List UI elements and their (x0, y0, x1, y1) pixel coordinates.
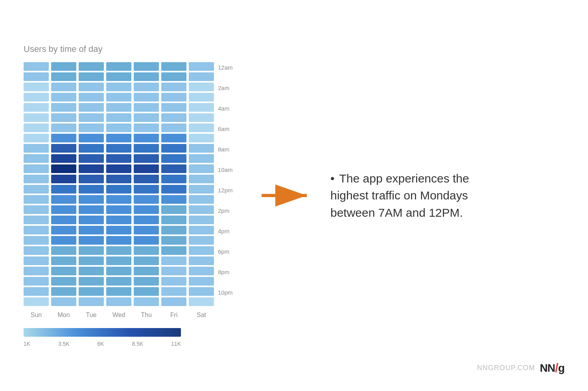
heatmap-cell (51, 297, 76, 306)
time-label (218, 72, 233, 83)
branding-logo: NN/g (540, 361, 564, 375)
heatmap-cell (51, 113, 76, 122)
heatmap-cell (161, 134, 186, 142)
branding-slash: / (555, 361, 558, 375)
time-label (218, 175, 233, 185)
time-label (218, 113, 233, 124)
heatmap-cell (51, 72, 76, 81)
heatmap-cell (161, 124, 186, 132)
legend-label: 1K (24, 341, 30, 347)
heatmap-cell (189, 113, 214, 122)
heatmap-cell (51, 205, 76, 214)
heatmap-cell (106, 93, 131, 101)
legend-bar (24, 328, 252, 337)
day-label-sat: Sat (189, 312, 214, 319)
heatmap-col-tue (79, 62, 104, 308)
heatmap-cell (189, 62, 214, 71)
heatmap-cell (79, 113, 104, 122)
heatmap-cell (106, 205, 131, 214)
insight-section: •The app experiences the highest traffic… (323, 170, 564, 221)
heatmap-cell (189, 185, 214, 194)
heatmap-cell (79, 103, 104, 112)
day-labels: SunMonTueWedThuFriSat (24, 312, 252, 319)
heatmap-cell (161, 256, 186, 265)
heatmap-cell (189, 226, 214, 234)
heatmap-cell (189, 205, 214, 214)
heatmap-cell (189, 164, 214, 173)
heatmap-cell (24, 246, 49, 255)
heatmap-cell (51, 154, 76, 163)
heatmap-cell (106, 287, 131, 296)
heatmap-cell (189, 103, 214, 112)
day-label-mon: Mon (51, 312, 76, 319)
heatmap-grid (24, 62, 214, 308)
heatmap-cell (106, 83, 131, 91)
heatmap-cell (106, 154, 131, 163)
heatmap-cell (79, 205, 104, 214)
heatmap-cell (134, 62, 159, 71)
heatmap-cell (79, 124, 104, 132)
heatmap-cell (161, 164, 186, 173)
day-label-thu: Thu (134, 312, 159, 319)
time-label: 6pm (218, 246, 233, 256)
heatmap-cell (51, 267, 76, 275)
heatmap-cell (134, 246, 159, 255)
heatmap-cell (51, 103, 76, 112)
heatmap-cell (134, 236, 159, 245)
heatmap-cell (24, 72, 49, 81)
time-label: 12pm (218, 185, 233, 195)
legend-labels: 1K3.5K6K8.5K11K (24, 341, 181, 347)
heatmap-cell (24, 144, 49, 153)
time-label (218, 236, 233, 246)
heatmap-cell (24, 277, 49, 286)
heatmap-cell (24, 83, 49, 91)
heatmap-cell (134, 113, 159, 122)
time-label (218, 154, 233, 164)
legend-label: 11K (171, 341, 181, 347)
heatmap-cell (189, 175, 214, 183)
heatmap-cell (134, 256, 159, 265)
heatmap-cell (189, 246, 214, 255)
heatmap-cell (134, 205, 159, 214)
heatmap-cell (189, 267, 214, 275)
heatmap-cell (24, 297, 49, 306)
heatmap-cell (189, 277, 214, 286)
heatmap-cell (24, 256, 49, 265)
heatmap-cell (24, 216, 49, 224)
time-label (218, 256, 233, 267)
time-label (218, 93, 233, 103)
heatmap-cell (134, 195, 159, 204)
heatmap-cell (24, 103, 49, 112)
heatmap-cell (106, 277, 131, 286)
time-label (218, 297, 233, 308)
day-label-tue: Tue (79, 312, 104, 319)
heatmap-col-thu (134, 62, 159, 308)
time-label: 8pm (218, 267, 233, 277)
heatmap-col-mon (51, 62, 76, 308)
heatmap-cell (106, 164, 131, 173)
heatmap-cell (134, 93, 159, 101)
heatmap-cell (79, 93, 104, 101)
heatmap-cell (189, 297, 214, 306)
heatmap-cell (51, 236, 76, 245)
heatmap-cell (161, 93, 186, 101)
heatmap-cell (51, 216, 76, 224)
heatmap-cell (134, 297, 159, 306)
heatmap-cell (161, 226, 186, 234)
heatmap-cell (51, 246, 76, 255)
heatmap-cell (79, 62, 104, 71)
heatmap-cell (79, 256, 104, 265)
heatmap-cell (51, 134, 76, 142)
branding-nn: NN (540, 362, 555, 374)
heatmap-cell (79, 236, 104, 245)
time-labels: 12am2am4am6am8am10am12pm2pm4pm6pm8pm10pm (214, 62, 233, 308)
heatmap-cell (161, 154, 186, 163)
heatmap-cell (51, 185, 76, 194)
heatmap-cell (106, 226, 131, 234)
main-container: Users by time of day 12am2am4am6am8am10a… (0, 0, 588, 391)
heatmap-cell (189, 195, 214, 204)
heatmap-cell (24, 113, 49, 122)
heatmap-cell (189, 216, 214, 224)
heatmap-cell (79, 246, 104, 255)
heatmap-cell (24, 287, 49, 296)
